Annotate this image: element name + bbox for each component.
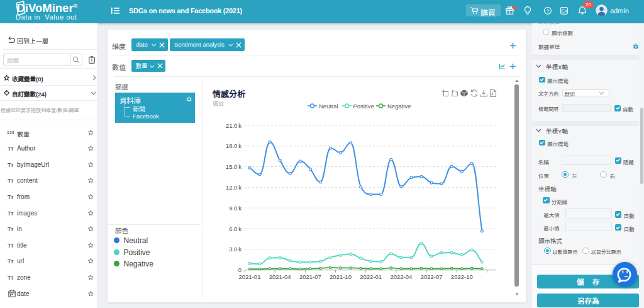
svg-text:En: En — [562, 9, 567, 13]
svg-text:?: ? — [546, 8, 549, 14]
